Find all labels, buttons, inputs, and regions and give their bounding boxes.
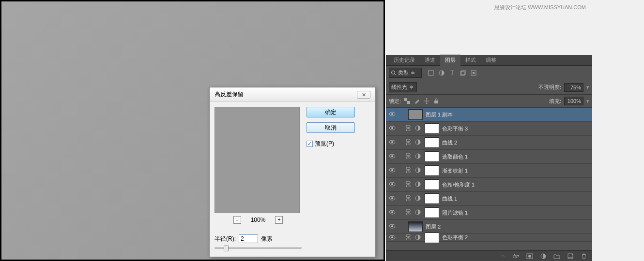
- layer-thumbnail[interactable]: [408, 221, 423, 232]
- layer-row[interactable]: 曲线 2: [386, 136, 592, 150]
- panel-tabs: 历史记录 通道 图层 样式 调整: [386, 55, 592, 66]
- layer-row[interactable]: 色彩平衡 3: [386, 122, 592, 136]
- visibility-icon[interactable]: [389, 139, 396, 146]
- mask-thumbnail[interactable]: [425, 165, 439, 176]
- visibility-icon[interactable]: [389, 223, 396, 230]
- svg-point-64: [528, 255, 531, 258]
- panels: 历史记录 通道 图层 样式 调整 类型 ≑ T 线性光 ≑ 不透明度: 75% …: [386, 55, 592, 261]
- opacity-input[interactable]: 75%: [564, 83, 583, 92]
- layer-thumbnail[interactable]: [408, 109, 423, 120]
- svg-point-50: [391, 211, 393, 213]
- filter-shape-icon[interactable]: [460, 70, 466, 76]
- svg-rect-9: [407, 101, 410, 104]
- svg-point-44: [391, 197, 393, 199]
- link-icon: [405, 195, 412, 202]
- mask-thumbnail[interactable]: [425, 123, 439, 134]
- blend-mode-value: 线性光: [391, 84, 407, 91]
- svg-point-26: [391, 155, 393, 157]
- adjustment-icon: [415, 209, 422, 216]
- tab-channels[interactable]: 通道: [420, 55, 440, 66]
- radius-unit: 像素: [261, 235, 273, 243]
- radius-slider[interactable]: [215, 247, 302, 249]
- adjustment-layer-icon[interactable]: [540, 253, 547, 260]
- fill-input[interactable]: 100%: [564, 97, 583, 105]
- tab-styles[interactable]: 样式: [460, 55, 481, 66]
- lock-transparency-icon[interactable]: [404, 98, 411, 104]
- preview-checkbox[interactable]: ✓: [307, 141, 313, 147]
- lock-label: 锁定:: [389, 98, 401, 105]
- layer-row[interactable]: 图层 2: [386, 220, 592, 234]
- layer-mask-icon[interactable]: [526, 253, 533, 260]
- svg-point-32: [391, 169, 393, 171]
- adjustment-icon: [415, 139, 422, 146]
- adjustment-icon: [415, 181, 422, 188]
- new-layer-icon[interactable]: [567, 253, 574, 260]
- zoom-in-button[interactable]: +: [275, 216, 283, 224]
- group-icon[interactable]: [553, 253, 560, 260]
- visibility-icon[interactable]: [389, 195, 396, 202]
- visibility-icon[interactable]: [389, 181, 396, 188]
- layer-name: 渐变映射 1: [442, 167, 468, 174]
- visibility-icon[interactable]: [389, 153, 396, 160]
- tab-adjustments[interactable]: 调整: [481, 55, 501, 66]
- fill-label: 填充:: [549, 98, 561, 105]
- layer-name: 色彩平衡 3: [442, 125, 468, 132]
- link-icon: [405, 125, 412, 132]
- mask-thumbnail[interactable]: [425, 137, 439, 148]
- layer-name: 照片滤镜 1: [442, 209, 468, 217]
- layer-style-icon[interactable]: fx▾: [513, 253, 520, 260]
- layer-row[interactable]: 渐变映射 1: [386, 164, 592, 178]
- layer-row[interactable]: 图层 1 副本: [386, 108, 592, 122]
- svg-rect-5: [461, 71, 465, 74]
- visibility-icon[interactable]: [389, 111, 396, 118]
- lock-position-icon[interactable]: [423, 98, 430, 104]
- link-icon: [405, 209, 412, 216]
- layer-name: 图层 2: [426, 223, 441, 231]
- svg-line-1: [395, 74, 396, 75]
- filter-type-icon[interactable]: T: [449, 70, 456, 76]
- mask-thumbnail[interactable]: [425, 151, 439, 162]
- layer-row[interactable]: 选取颜色 1: [386, 150, 592, 164]
- mask-thumbnail[interactable]: [425, 179, 439, 190]
- zoom-level: 100%: [251, 217, 266, 223]
- visibility-icon[interactable]: [389, 125, 396, 132]
- tab-history[interactable]: 历史记录: [389, 55, 420, 66]
- visibility-icon[interactable]: [389, 234, 396, 241]
- layer-row[interactable]: 色彩平衡 2: [386, 234, 592, 242]
- svg-point-38: [391, 183, 393, 185]
- visibility-icon[interactable]: [389, 167, 396, 174]
- visibility-icon[interactable]: [389, 209, 396, 216]
- cancel-button[interactable]: 取消: [307, 122, 355, 133]
- delete-layer-icon[interactable]: [581, 253, 587, 260]
- layer-row[interactable]: 曲线 1: [386, 192, 592, 206]
- svg-point-12: [391, 113, 393, 115]
- filter-smart-icon[interactable]: [470, 70, 477, 76]
- mask-thumbnail[interactable]: [425, 232, 439, 243]
- zoom-out-button[interactable]: -: [233, 216, 241, 224]
- layer-row[interactable]: 照片滤镜 1: [386, 206, 592, 220]
- link-layers-icon[interactable]: [499, 253, 506, 260]
- dialog-titlebar[interactable]: 高反差保留 ✕: [210, 87, 375, 102]
- layer-name: 色彩平衡 2: [442, 234, 468, 241]
- layer-name: 曲线 1: [442, 195, 457, 203]
- mask-thumbnail[interactable]: [425, 193, 439, 204]
- ok-button[interactable]: 确定: [307, 107, 355, 117]
- filter-type-select[interactable]: 类型 ≑: [389, 68, 422, 78]
- svg-rect-8: [404, 98, 407, 101]
- link-icon: [405, 153, 412, 160]
- filter-pixel-icon[interactable]: [428, 70, 434, 76]
- opacity-label: 不透明度:: [538, 84, 561, 91]
- blend-mode-select[interactable]: 线性光 ≑: [389, 82, 417, 92]
- lock-all-icon[interactable]: [433, 98, 440, 104]
- lock-pixels-icon[interactable]: [414, 98, 420, 104]
- preview-thumbnail[interactable]: [215, 107, 300, 213]
- radius-input[interactable]: [239, 234, 258, 243]
- close-button[interactable]: ✕: [357, 91, 370, 99]
- filter-adjustment-icon[interactable]: [438, 70, 445, 76]
- link-icon: [405, 234, 412, 241]
- link-icon: [405, 181, 412, 188]
- layer-row[interactable]: 色相/饱和度 1: [386, 178, 592, 192]
- slider-thumb[interactable]: [224, 246, 229, 251]
- mask-thumbnail[interactable]: [425, 207, 439, 218]
- tab-layers[interactable]: 图层: [440, 55, 460, 66]
